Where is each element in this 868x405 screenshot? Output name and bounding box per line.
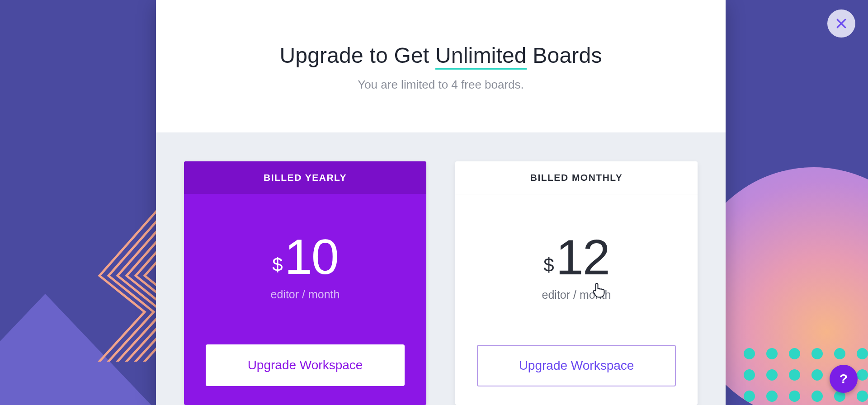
- currency-symbol: $: [543, 254, 554, 276]
- plan-card-yearly: BILLED YEARLY $ 10 editor / month Upgrad…: [184, 161, 426, 405]
- help-icon: ?: [840, 371, 848, 386]
- title-pre: Upgrade to Get: [279, 43, 435, 67]
- price-amount: 10: [284, 232, 338, 282]
- title-post: Boards: [527, 43, 602, 67]
- currency-symbol: $: [272, 254, 283, 276]
- upgrade-monthly-button[interactable]: Upgrade Workspace: [477, 345, 676, 386]
- upgrade-modal: Upgrade to Get Unlimited Boards You are …: [156, 0, 726, 405]
- title-underlined: Unlimited: [435, 43, 527, 70]
- plan-yearly-price: $ 10 editor / month: [271, 232, 340, 301]
- page-title: Upgrade to Get Unlimited Boards: [174, 43, 708, 68]
- price-unit: editor / month: [542, 288, 611, 301]
- plan-monthly-price: $ 12 editor / month: [542, 232, 611, 301]
- price-unit: editor / month: [271, 288, 340, 301]
- help-button[interactable]: ?: [830, 365, 858, 393]
- upgrade-yearly-button[interactable]: Upgrade Workspace: [206, 344, 405, 386]
- modal-header: Upgrade to Get Unlimited Boards You are …: [156, 0, 726, 132]
- close-icon: [835, 18, 847, 29]
- price-amount: 12: [556, 232, 609, 282]
- plan-monthly-label: BILLED MONTHLY: [455, 161, 698, 194]
- plans-container: BILLED YEARLY $ 10 editor / month Upgrad…: [156, 132, 726, 405]
- page-subtitle: You are limited to 4 free boards.: [174, 78, 708, 92]
- plan-card-monthly: BILLED MONTHLY $ 12 editor / month Upgra…: [455, 161, 698, 405]
- plan-yearly-label: BILLED YEARLY: [184, 161, 426, 194]
- close-button[interactable]: [827, 9, 855, 38]
